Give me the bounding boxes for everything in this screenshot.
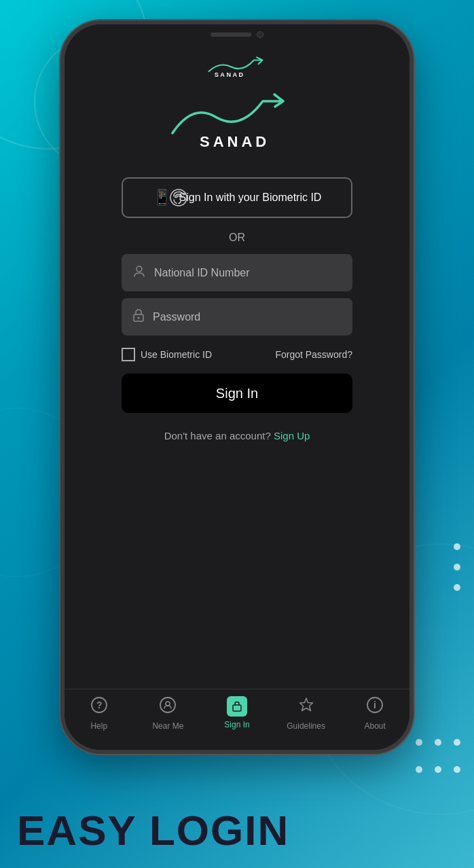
decorative-dots-bottom2 <box>416 766 460 773</box>
svg-text:i: i <box>373 700 376 710</box>
biometric-signin-button[interactable]: 📱 Sign In with your Biometric ID <box>122 177 352 218</box>
nav-label-guidelines: Guidelines <box>287 721 325 731</box>
person-icon <box>132 264 146 281</box>
logo-large: SANAD <box>162 86 312 153</box>
svg-text:?: ? <box>96 700 103 710</box>
bottom-nav: ? Help Near Me <box>65 689 409 750</box>
sanad-logo-small-svg: SANAD <box>203 55 271 79</box>
lock-icon <box>132 308 145 325</box>
signin-button[interactable]: Sign In <box>122 374 352 413</box>
nav-label-sign-in: Sign In <box>224 720 249 729</box>
info-icon: i <box>366 696 384 718</box>
bag-icon <box>227 696 247 717</box>
status-bar: SANAD <box>65 52 409 79</box>
small-logo: SANAD <box>203 55 271 79</box>
location-icon <box>159 696 177 718</box>
decorative-dots-bottom <box>416 739 460 746</box>
forgot-password-link[interactable]: Forgot Password? <box>275 349 352 360</box>
nav-item-help[interactable]: ? Help <box>65 696 134 731</box>
nav-label-near-me: Near Me <box>152 721 183 731</box>
nav-item-sign-in[interactable]: Sign In <box>202 696 272 729</box>
no-account-text: Don't have an account? <box>164 430 271 441</box>
biometric-btn-label: Sign In with your Biometric ID <box>179 192 322 204</box>
svg-point-5 <box>138 317 140 319</box>
nav-label-help: Help <box>90 721 107 731</box>
nav-label-about: About <box>364 721 385 731</box>
easy-login-text: EASY LOGIN <box>17 806 289 854</box>
phone-screen: SANAD SANAD 📱 <box>65 24 409 750</box>
or-divider: OR <box>229 232 245 244</box>
nav-item-about[interactable]: i About <box>340 696 409 731</box>
fingerprint-svg-icon <box>169 188 188 207</box>
notch-speaker <box>211 33 251 37</box>
decorative-dots-right <box>454 543 460 591</box>
svg-point-9 <box>166 702 170 706</box>
svg-point-3 <box>136 266 142 272</box>
nav-item-near-me[interactable]: Near Me <box>134 696 203 731</box>
password-input[interactable]: Password <box>122 298 352 336</box>
nav-item-guidelines[interactable]: Guidelines <box>272 696 341 731</box>
use-biometric-checkbox-row[interactable]: Use Biometric ID <box>122 348 212 361</box>
svg-text:SANAD: SANAD <box>200 133 270 150</box>
notch-camera <box>257 31 263 38</box>
svg-marker-11 <box>299 698 312 711</box>
use-biometric-checkbox[interactable] <box>122 348 135 361</box>
national-id-placeholder: National ID Number <box>154 267 250 279</box>
svg-text:SANAD: SANAD <box>215 72 245 79</box>
main-content: SANAD 📱 Sign In with your Biometric ID O… <box>65 79 409 689</box>
options-row: Use Biometric ID Forgot Password? <box>122 348 352 361</box>
signup-row: Don't have an account? Sign Up <box>164 430 310 441</box>
use-biometric-label: Use Biometric ID <box>141 349 212 360</box>
national-id-input[interactable]: National ID Number <box>122 254 352 291</box>
phone-frame: SANAD SANAD 📱 <box>60 20 414 754</box>
svg-rect-10 <box>233 705 241 711</box>
fingerprint-icon: 📱 <box>153 189 171 206</box>
signup-link[interactable]: Sign Up <box>274 430 310 441</box>
help-icon: ? <box>90 696 108 718</box>
password-placeholder: Password <box>153 311 200 323</box>
sanad-logo-large-svg: SANAD <box>162 86 312 153</box>
phone-notch <box>183 24 291 45</box>
star-icon <box>297 696 315 718</box>
svg-point-8 <box>160 698 175 712</box>
